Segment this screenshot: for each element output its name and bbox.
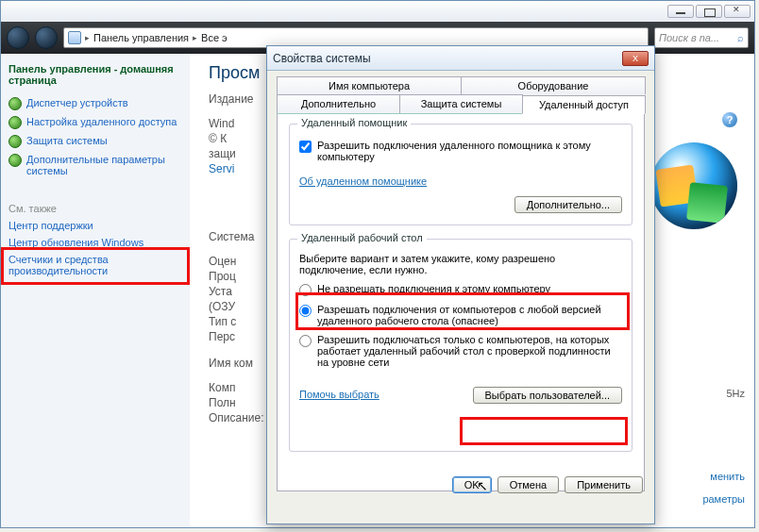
group-title: Удаленный рабочий стол xyxy=(297,232,427,243)
sidebar-link-perf-tools[interactable]: Счетчики и средства производительности xyxy=(8,254,182,276)
titlebar xyxy=(1,1,754,22)
advanced-button[interactable]: Дополнительно... xyxy=(514,196,622,213)
sidebar-item-device-manager[interactable]: Диспетчер устройств xyxy=(8,97,182,110)
checkbox-label: Разрешить подключения удаленного помощни… xyxy=(317,140,622,162)
sidebar-home-link[interactable]: Панель управления - домашняя страница xyxy=(8,63,182,86)
tab-hardware[interactable]: Оборудование xyxy=(461,76,646,94)
radio-label: Разрешать подключения от компьютеров с л… xyxy=(317,304,622,326)
radio-label: Не разрешать подключения к этому компьют… xyxy=(317,283,550,294)
sidebar-item-label: Защита системы xyxy=(26,135,108,146)
chevron-right-icon: ▸ xyxy=(193,33,197,42)
instruction-text: Выберите вариант и затем укажите, кому р… xyxy=(299,253,622,275)
radio[interactable] xyxy=(299,284,312,296)
sidebar-item-label: Центр поддержки xyxy=(8,220,93,231)
minimize-button[interactable] xyxy=(667,5,694,18)
tab-advanced[interactable]: Дополнительно xyxy=(277,94,400,113)
search-input[interactable]: Поиск в па... ⌕ xyxy=(654,27,749,48)
allow-remote-assist-checkbox[interactable]: Разрешить подключения удаленного помощни… xyxy=(299,140,622,162)
sidebar-item-remote-settings[interactable]: Настройка удаленного доступа xyxy=(8,116,182,129)
apply-button[interactable]: Применить xyxy=(565,476,643,493)
sidebar-item-label: Диспетчер устройств xyxy=(26,97,128,108)
maximize-button[interactable] xyxy=(696,5,722,18)
tab-system-protection[interactable]: Защита системы xyxy=(399,94,523,113)
radio-label: Разрешить подключаться только с компьюте… xyxy=(317,334,622,368)
search-icon: ⌕ xyxy=(737,32,744,43)
shield-icon xyxy=(8,135,22,148)
shield-icon xyxy=(8,97,22,110)
params-link[interactable]: раметры xyxy=(702,493,745,505)
radio-allow-nla[interactable]: Разрешить подключаться только с компьюте… xyxy=(299,334,622,368)
radio-dont-allow[interactable]: Не разрешать подключения к этому компьют… xyxy=(299,283,622,296)
see-also-heading: См. также xyxy=(8,203,182,214)
radio-allow-any[interactable]: Разрешать подключения от компьютеров с л… xyxy=(299,304,622,326)
back-button[interactable] xyxy=(7,26,29,49)
tab-computer-name[interactable]: Имя компьютера xyxy=(277,76,462,94)
computer-icon xyxy=(68,31,81,44)
breadcrumb-segment[interactable]: Панель управления xyxy=(93,32,189,43)
checkbox[interactable] xyxy=(299,141,312,153)
shield-icon xyxy=(8,116,22,129)
sidebar: Панель управления - домашняя страница Ди… xyxy=(1,54,190,527)
help-icon[interactable]: ? xyxy=(722,112,737,127)
select-users-button[interactable]: Выбрать пользователей... xyxy=(473,387,623,404)
about-remote-assist-link[interactable]: Об удаленном помощнике xyxy=(299,175,427,187)
system-properties-dialog: Свойства системы X Имя компьютера Оборуд… xyxy=(266,45,655,524)
remote-desktop-group: Удаленный рабочий стол Выберите вариант … xyxy=(289,239,632,452)
dialog-titlebar[interactable]: Свойства системы X xyxy=(267,46,654,71)
chevron-right-icon: ▸ xyxy=(85,33,90,42)
partial-text: 5Hz xyxy=(726,388,745,399)
windows-logo-icon xyxy=(650,142,737,229)
remote-assistance-group: Удаленный помощник Разрешить подключения… xyxy=(289,124,632,225)
search-placeholder: Поиск в па... xyxy=(659,32,719,43)
forward-button[interactable] xyxy=(35,26,58,49)
sidebar-item-label: Дополнительные параметры системы xyxy=(26,154,182,176)
ok-button[interactable]: OK xyxy=(452,476,492,493)
cancel-button[interactable]: Отмена xyxy=(498,476,559,493)
sidebar-item-system-protection[interactable]: Защита системы xyxy=(8,135,182,148)
sidebar-item-label: Настройка удаленного доступа xyxy=(26,116,177,127)
help-choose-link[interactable]: Помочь выбрать xyxy=(299,389,380,400)
dialog-title: Свойства системы xyxy=(273,52,622,65)
change-link[interactable]: менить xyxy=(710,471,745,482)
radio[interactable] xyxy=(299,305,312,317)
dialog-close-button[interactable]: X xyxy=(622,51,649,66)
highlight-box xyxy=(460,417,628,445)
tab-panel-remote: Удаленный помощник Разрешить подключения… xyxy=(277,114,645,491)
sidebar-link-action-center[interactable]: Центр поддержки xyxy=(8,220,182,231)
close-button[interactable] xyxy=(724,5,751,18)
dialog-footer: OK Отмена Применить xyxy=(452,476,643,493)
radio[interactable] xyxy=(299,335,312,347)
tabs: Имя компьютера Оборудование Дополнительн… xyxy=(277,76,645,114)
shield-icon xyxy=(8,154,22,167)
sidebar-item-label: Центр обновления Windows xyxy=(8,237,143,248)
breadcrumb-segment[interactable]: Все э xyxy=(201,32,228,43)
sidebar-link-windows-update[interactable]: Центр обновления Windows xyxy=(8,237,182,248)
sidebar-item-label: Счетчики и средства производительности xyxy=(8,254,182,276)
group-title: Удаленный помощник xyxy=(297,117,411,128)
tab-remote[interactable]: Удаленный доступ xyxy=(522,95,646,114)
sidebar-item-advanced-system[interactable]: Дополнительные параметры системы xyxy=(8,154,182,176)
